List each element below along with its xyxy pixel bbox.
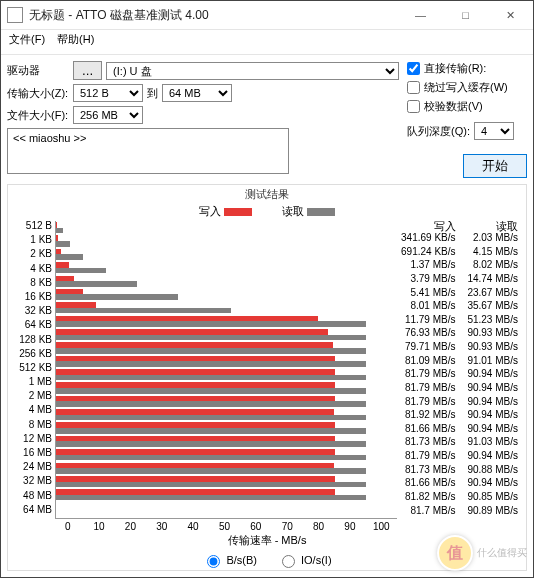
unit-bytes-radio[interactable]: B/s(B): [202, 552, 257, 568]
drive-select[interactable]: (I:) U 盘: [106, 62, 399, 80]
x-tick: 0: [52, 521, 83, 532]
bar-row: [56, 301, 397, 314]
app-window: 无标题 - ATTO 磁盘基准测试 4.00 — □ ✕ 文件(F) 帮助(H)…: [0, 0, 534, 578]
value-row: 3.79 MB/s14.74 MB/s: [397, 274, 522, 288]
queue-depth-select[interactable]: 4: [474, 122, 514, 140]
x-tick: 20: [115, 521, 146, 532]
write-value: 81.79 MB/s: [397, 369, 460, 383]
read-value: 90.93 MB/s: [460, 328, 523, 342]
write-value: 81.7 MB/s: [397, 506, 460, 520]
value-row: 1.37 MB/s8.02 MB/s: [397, 260, 522, 274]
read-bar: [56, 294, 178, 300]
y-label: 512 B: [12, 221, 52, 235]
read-value: 91.01 MB/s: [460, 356, 523, 370]
value-row: 81.79 MB/s90.94 MB/s: [397, 383, 522, 397]
bar-row: [56, 435, 397, 448]
bar-row: [56, 381, 397, 394]
y-label: 24 MB: [12, 462, 52, 476]
body: 驱动器 ... (I:) U 盘 传输大小(Z): 512 B 到 64 MB …: [1, 55, 533, 577]
read-bar: [56, 321, 366, 327]
verify-input[interactable]: [407, 100, 420, 113]
left-controls: 驱动器 ... (I:) U 盘 传输大小(Z): 512 B 到 64 MB …: [7, 61, 399, 178]
verify-checkbox[interactable]: 校验数据(V): [407, 99, 527, 114]
read-bar: [56, 455, 366, 461]
direct-io-input[interactable]: [407, 62, 420, 75]
value-row: 8.01 MB/s35.67 MB/s: [397, 301, 522, 315]
bypass-cache-checkbox[interactable]: 绕过写入缓存(W): [407, 80, 527, 95]
y-label: 16 KB: [12, 292, 52, 306]
bar-row: [56, 448, 397, 461]
unit-io-radio[interactable]: IO/s(I): [277, 552, 332, 568]
y-label: 64 MB: [12, 505, 52, 519]
transfer-from-select[interactable]: 512 B: [73, 84, 143, 102]
y-label: 4 KB: [12, 264, 52, 278]
write-value: 81.79 MB/s: [397, 397, 460, 411]
read-value: 14.74 MB/s: [460, 274, 523, 288]
value-row: 11.79 MB/s51.23 MB/s: [397, 315, 522, 329]
legend: 写入 读取: [8, 204, 526, 219]
x-tick: 100: [366, 521, 397, 532]
read-bar: [56, 388, 366, 394]
write-value: 3.79 MB/s: [397, 274, 460, 288]
file-size-select[interactable]: 256 MB: [73, 106, 143, 124]
read-value: 35.67 MB/s: [460, 301, 523, 315]
menu-help[interactable]: 帮助(H): [57, 32, 94, 52]
y-label: 48 MB: [12, 491, 52, 505]
read-bar: [56, 281, 137, 287]
y-label: 4 MB: [12, 405, 52, 419]
value-row: 81.73 MB/s91.03 MB/s: [397, 437, 522, 451]
y-label: 12 MB: [12, 434, 52, 448]
minimize-button[interactable]: —: [398, 1, 443, 29]
value-row: 81.79 MB/s90.94 MB/s: [397, 369, 522, 383]
window-title: 无标题 - ATTO 磁盘基准测试 4.00: [29, 7, 398, 24]
description-box[interactable]: << miaoshu >>: [7, 128, 289, 174]
bar-row: [56, 408, 397, 421]
bypass-cache-input[interactable]: [407, 81, 420, 94]
read-value: 90.94 MB/s: [460, 451, 523, 465]
value-row: 691.24 KB/s4.15 MB/s: [397, 247, 522, 261]
close-button[interactable]: ✕: [488, 1, 533, 29]
write-value: 81.79 MB/s: [397, 451, 460, 465]
browse-button[interactable]: ...: [73, 61, 102, 80]
legend-read: 读取: [282, 204, 335, 219]
transfer-size-label: 传输大小(Z):: [7, 86, 69, 101]
maximize-button[interactable]: □: [443, 1, 488, 29]
bar-row: [56, 248, 397, 261]
bar-row: [56, 261, 397, 274]
bar-row: [56, 475, 397, 488]
read-value: 23.67 MB/s: [460, 288, 523, 302]
x-tick: 60: [240, 521, 271, 532]
values-header: 写入 读取: [397, 221, 522, 232]
value-row: 5.41 MB/s23.67 MB/s: [397, 288, 522, 302]
bar-row: [56, 421, 397, 434]
x-tick: 80: [303, 521, 334, 532]
y-axis-labels: 512 B1 KB2 KB4 KB8 KB16 KB32 KB64 KB128 …: [12, 221, 55, 519]
x-tick: 10: [83, 521, 114, 532]
write-value: 81.92 MB/s: [397, 410, 460, 424]
value-row: 81.82 MB/s90.85 MB/s: [397, 492, 522, 506]
y-label: 64 KB: [12, 320, 52, 334]
watermark-text: 什么值得买: [477, 546, 527, 560]
read-value: 2.03 MB/s: [460, 233, 523, 247]
start-button[interactable]: 开始: [463, 154, 527, 178]
read-bar: [56, 482, 366, 488]
watermark: 值 什么值得买: [437, 535, 527, 571]
menu-file[interactable]: 文件(F): [9, 32, 45, 52]
read-bar: [56, 361, 366, 367]
read-bar: [56, 308, 231, 314]
right-controls: 直接传输(R): 绕过写入缓存(W) 校验数据(V) 队列深度(Q): 4 开始: [407, 61, 527, 178]
legend-write: 写入: [199, 204, 252, 219]
write-value: 81.66 MB/s: [397, 424, 460, 438]
results-title: 测试结果: [8, 187, 526, 202]
watermark-icon: 值: [437, 535, 473, 571]
write-value: 691.24 KB/s: [397, 247, 460, 261]
direct-io-checkbox[interactable]: 直接传输(R):: [407, 61, 527, 76]
x-axis-ticks: 0102030405060708090100: [52, 521, 397, 532]
transfer-to-select[interactable]: 64 MB: [162, 84, 232, 102]
bar-row: [56, 221, 397, 234]
bar-row: [56, 461, 397, 474]
x-tick: 30: [146, 521, 177, 532]
read-bar: [56, 254, 83, 260]
value-row: 81.92 MB/s90.94 MB/s: [397, 410, 522, 424]
bar-row: [56, 315, 397, 328]
